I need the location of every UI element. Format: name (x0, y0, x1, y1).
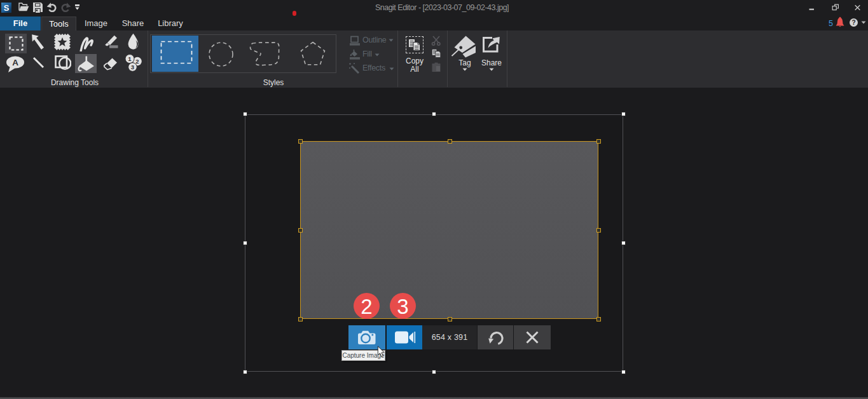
svg-text:A: A (12, 58, 18, 67)
svg-text:1: 1 (128, 55, 132, 62)
svg-text:2: 2 (135, 58, 139, 65)
svg-text:3: 3 (131, 64, 134, 71)
